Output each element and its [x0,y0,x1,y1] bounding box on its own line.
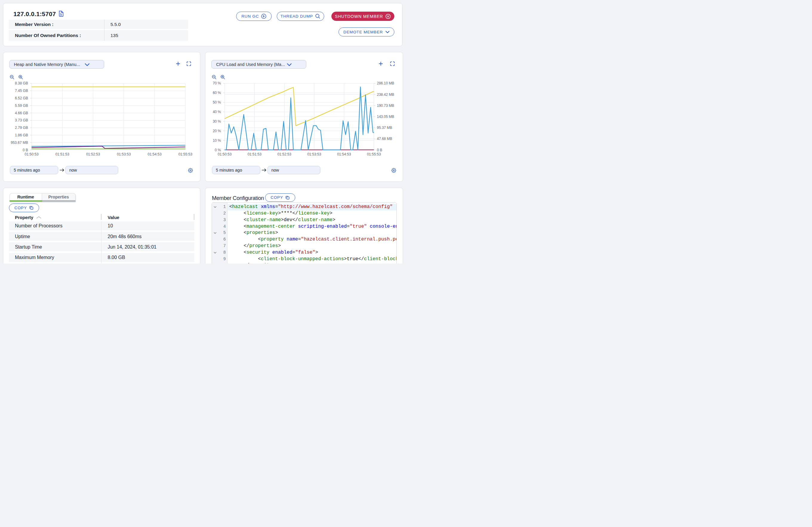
svg-text:01:50:53: 01:50:53 [25,152,39,156]
svg-text:01:52:53: 01:52:53 [86,152,100,156]
svg-text:10 %: 10 % [213,138,221,143]
svg-text:2.79 GB: 2.79 GB [15,126,28,130]
svg-text:01:54:53: 01:54:53 [337,152,351,156]
svg-text:286.10 MB: 286.10 MB [377,81,394,85]
svg-text:60 %: 60 % [213,91,221,95]
svg-text:01:51:53: 01:51:53 [247,152,261,156]
svg-text:01:51:53: 01:51:53 [55,152,69,156]
svg-text:01:53:53: 01:53:53 [307,152,321,156]
svg-text:01:50:53: 01:50:53 [218,152,232,156]
svg-text:01:52:53: 01:52:53 [277,152,291,156]
svg-text:0 B: 0 B [377,148,382,152]
svg-text:6.52 GB: 6.52 GB [15,96,28,100]
svg-text:3.73 GB: 3.73 GB [15,118,28,122]
svg-text:30 %: 30 % [213,119,221,123]
svg-text:47.68 MB: 47.68 MB [377,137,392,141]
svg-text:190.73 MB: 190.73 MB [377,104,394,108]
svg-text:7.45 GB: 7.45 GB [15,89,28,93]
svg-text:143.05 MB: 143.05 MB [377,115,394,119]
svg-text:01:55:53: 01:55:53 [178,152,192,156]
svg-text:4.66 GB: 4.66 GB [15,111,28,115]
svg-text:01:54:53: 01:54:53 [147,152,161,156]
svg-text:238.42 MB: 238.42 MB [377,92,394,97]
svg-text:40 %: 40 % [213,110,221,114]
svg-text:50 %: 50 % [213,100,221,104]
svg-text:5.59 GB: 5.59 GB [15,104,28,108]
svg-text:8.38 GB: 8.38 GB [15,81,28,85]
svg-text:70 %: 70 % [213,81,221,85]
svg-text:95.37 MB: 95.37 MB [377,126,392,130]
svg-text:0 %: 0 % [215,148,221,152]
svg-text:953.67 MB: 953.67 MB [11,141,28,145]
svg-text:01:53:53: 01:53:53 [117,152,131,156]
svg-text:1.86 GB: 1.86 GB [15,133,28,137]
svg-text:01:55:53: 01:55:53 [367,152,381,156]
svg-text:20 %: 20 % [213,129,221,133]
svg-text:0 B: 0 B [23,148,28,152]
